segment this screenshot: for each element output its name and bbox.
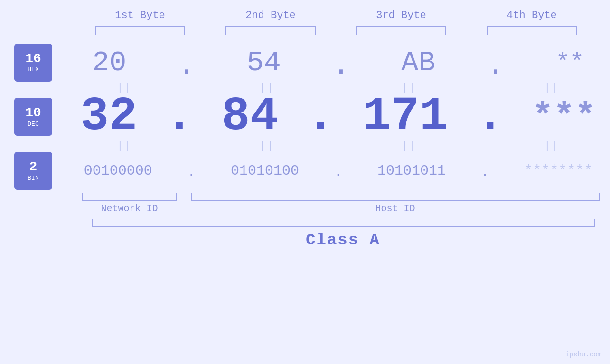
dec-val-2: 84 bbox=[221, 93, 278, 140]
bin-dot-3: . bbox=[481, 164, 489, 181]
dec-values: 32 . 84 . 171 . *** bbox=[66, 93, 610, 140]
equals-2-4: || bbox=[500, 141, 604, 152]
footer-text: ipshu.com bbox=[565, 351, 601, 358]
hex-dot-2: . bbox=[332, 50, 349, 82]
hex-dot-3: . bbox=[487, 50, 504, 82]
byte-label-4: 4th Byte bbox=[479, 9, 584, 21]
equals-row-2: || || || || bbox=[0, 141, 610, 152]
bracket-top-3 bbox=[356, 26, 446, 35]
hex-val-1: 20 bbox=[92, 47, 126, 78]
dec-badge-area: 10 DEC bbox=[0, 98, 66, 136]
equals-2-1: || bbox=[73, 141, 177, 152]
hex-val-3: AB bbox=[401, 47, 435, 78]
hex-val-4: ** bbox=[556, 49, 584, 75]
footer: ipshu.com bbox=[565, 351, 601, 358]
dec-val-4: *** bbox=[532, 99, 596, 135]
bin-badge: 2 BIN bbox=[14, 152, 52, 190]
equals-2-3: || bbox=[357, 141, 462, 152]
hex-badge-label: HEX bbox=[28, 66, 38, 73]
bin-row: 2 BIN 00100000 . 01010100 . 10101011 . *… bbox=[0, 152, 610, 190]
bracket-top-4 bbox=[487, 26, 577, 35]
dec-val-1: 32 bbox=[80, 93, 137, 140]
dec-dot-1: . bbox=[165, 93, 194, 140]
bin-badge-area: 2 BIN bbox=[0, 152, 66, 190]
bin-val-2: 01010100 bbox=[231, 162, 299, 179]
bottom-brackets-container bbox=[77, 193, 600, 201]
byte-label-3: 3rd Byte bbox=[349, 9, 453, 21]
dec-badge: 10 DEC bbox=[14, 98, 52, 136]
byte-label-1: 1st Byte bbox=[88, 9, 192, 21]
class-bracket bbox=[92, 219, 595, 227]
class-label: Class A bbox=[306, 231, 380, 249]
top-brackets-row bbox=[75, 26, 597, 35]
dec-dot-2: . bbox=[306, 93, 335, 140]
hex-val-2: 54 bbox=[247, 47, 281, 78]
bracket-gap bbox=[177, 193, 191, 201]
bin-dot-1: . bbox=[187, 164, 196, 181]
bin-values: 00100000 . 01010100 . 10101011 . *******… bbox=[66, 161, 610, 181]
byte-label-2: 2nd Byte bbox=[218, 9, 323, 21]
host-id-text: Host ID bbox=[375, 203, 415, 214]
bin-val-4: ******** bbox=[524, 162, 592, 179]
dec-badge-number: 10 bbox=[25, 106, 41, 121]
bin-val-3: 10101011 bbox=[377, 162, 446, 179]
network-id-bracket bbox=[82, 193, 177, 201]
dec-val-3: 171 bbox=[363, 93, 448, 140]
main-container: 1st Byte 2nd Byte 3rd Byte 4th Byte 16 H… bbox=[0, 0, 610, 364]
host-id-label: Host ID bbox=[191, 203, 600, 214]
hex-values: 20 . 54 . AB . ** bbox=[66, 43, 610, 82]
network-id-text: Network ID bbox=[101, 203, 158, 214]
bracket-top-2 bbox=[225, 26, 316, 35]
bin-badge-number: 2 bbox=[29, 160, 38, 175]
equals-2-2: || bbox=[215, 141, 319, 152]
byte-labels-row: 1st Byte 2nd Byte 3rd Byte 4th Byte bbox=[75, 9, 597, 21]
equals-values-2: || || || || bbox=[66, 141, 610, 152]
hex-row: 16 HEX 20 . 54 . AB . ** bbox=[0, 43, 610, 82]
host-id-bracket bbox=[191, 193, 600, 201]
bracket-top-1 bbox=[95, 26, 185, 35]
id-labels: Network ID Host ID bbox=[77, 203, 600, 214]
bin-dot-2: . bbox=[334, 164, 342, 181]
label-gap bbox=[177, 203, 191, 214]
equals-values-1: || || || || bbox=[66, 83, 610, 93]
network-id-label: Network ID bbox=[82, 203, 177, 214]
bin-val-1: 00100000 bbox=[84, 162, 152, 179]
dec-badge-label: DEC bbox=[28, 121, 38, 128]
class-label-container: Class A bbox=[92, 231, 595, 249]
equals-1-4: || bbox=[500, 83, 604, 93]
dec-row: 10 DEC 32 . 84 . 171 . *** bbox=[0, 93, 610, 140]
hex-dot-1: . bbox=[178, 50, 195, 82]
hex-badge: 16 HEX bbox=[14, 44, 52, 82]
dec-dot-3: . bbox=[476, 93, 504, 140]
class-bracket-container bbox=[92, 219, 595, 227]
bin-badge-label: BIN bbox=[28, 175, 38, 182]
hex-badge-area: 16 HEX bbox=[0, 44, 66, 82]
hex-badge-number: 16 bbox=[25, 52, 41, 66]
